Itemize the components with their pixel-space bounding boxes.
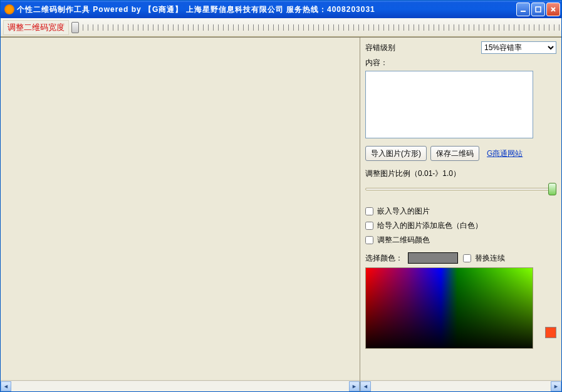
color-picker-gradient[interactable] <box>365 267 533 349</box>
select-color-label: 选择颜色： <box>365 253 403 264</box>
adjust-color-checkbox[interactable] <box>365 236 373 244</box>
adjust-color-checkbox-row[interactable]: 调整二维码颜色 <box>365 235 556 245</box>
error-level-select[interactable]: 15%容错率 <box>481 41 556 54</box>
scroll-track[interactable] <box>11 381 349 391</box>
app-icon <box>4 4 14 14</box>
embed-image-checkbox[interactable] <box>365 207 373 215</box>
content-label: 内容： <box>365 58 556 68</box>
width-slider[interactable] <box>73 18 561 36</box>
width-adjust-label: 调整二维码宽度 <box>3 20 69 35</box>
window-title: 个性二维码制作工具 Powered by 【G商通】 上海星野信息科技有限公司 … <box>17 4 516 15</box>
website-link[interactable]: G商通网站 <box>487 148 523 159</box>
maximize-button[interactable] <box>531 3 545 16</box>
scroll-track[interactable] <box>371 381 551 391</box>
ratio-slider[interactable] <box>365 182 556 195</box>
close-button[interactable] <box>546 3 560 16</box>
minimize-button[interactable] <box>516 3 530 16</box>
ratio-label: 调整图片比例（0.01-》1.0） <box>365 168 556 179</box>
window-controls <box>516 3 560 16</box>
ratio-slider-thumb[interactable] <box>548 183 556 195</box>
continuous-checkbox[interactable] <box>463 254 471 262</box>
continuous-label: 替换连续 <box>475 253 505 264</box>
save-qr-button[interactable]: 保存二维码 <box>430 146 479 161</box>
embed-image-label: 嵌入导入的图片 <box>377 206 430 217</box>
body: ◄ ► 容错级别 15%容错率 内容： 导入图片(方形) 保存二维码 G商通网站… <box>1 37 561 391</box>
settings-pane: 容错级别 15%容错率 内容： 导入图片(方形) 保存二维码 G商通网站 调整图… <box>360 38 561 391</box>
color-swatch[interactable] <box>408 252 458 264</box>
hue-indicator[interactable] <box>545 327 556 338</box>
preview-pane: ◄ ► <box>1 38 360 391</box>
scroll-right-arrow-icon[interactable]: ► <box>349 381 360 391</box>
add-bg-label: 给导入的图片添加底色（白色） <box>377 220 482 231</box>
adjust-color-label: 调整二维码颜色 <box>377 235 430 245</box>
svg-rect-0 <box>521 11 526 12</box>
add-bg-checkbox[interactable] <box>365 222 373 230</box>
embed-image-checkbox-row[interactable]: 嵌入导入的图片 <box>365 206 556 217</box>
content-textarea[interactable] <box>365 71 533 138</box>
error-level-row: 容错级别 15%容错率 <box>365 41 556 54</box>
scroll-left-arrow-icon[interactable]: ◄ <box>360 381 371 391</box>
import-image-button[interactable]: 导入图片(方形) <box>365 146 427 161</box>
qr-preview-canvas <box>1 38 360 380</box>
width-slider-thumb[interactable] <box>71 22 79 33</box>
svg-rect-1 <box>536 7 541 12</box>
settings-horizontal-scrollbar[interactable]: ◄ ► <box>360 380 561 391</box>
continuous-checkbox-row[interactable]: 替换连续 <box>463 253 505 264</box>
scroll-right-arrow-icon[interactable]: ► <box>551 381 561 391</box>
error-level-label: 容错级别 <box>365 43 395 53</box>
add-bg-checkbox-row[interactable]: 给导入的图片添加底色（白色） <box>365 220 556 231</box>
button-row: 导入图片(方形) 保存二维码 G商通网站 <box>365 146 556 161</box>
scroll-left-arrow-icon[interactable]: ◄ <box>1 381 11 391</box>
titlebar: 个性二维码制作工具 Powered by 【G商通】 上海星野信息科技有限公司 … <box>1 1 561 18</box>
ratio-slider-track <box>365 188 556 190</box>
toolbar: 调整二维码宽度 <box>1 18 561 37</box>
color-select-row: 选择颜色： 替换连续 <box>365 252 556 264</box>
app-window: 个性二维码制作工具 Powered by 【G商通】 上海星野信息科技有限公司 … <box>0 0 562 392</box>
preview-horizontal-scrollbar[interactable]: ◄ ► <box>1 380 360 391</box>
width-slider-track <box>73 24 561 31</box>
